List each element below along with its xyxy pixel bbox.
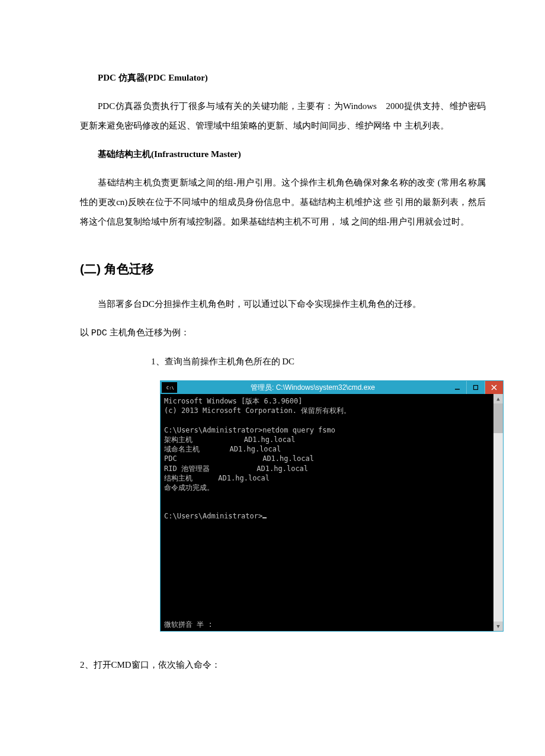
paragraph-pdc: PDC仿真器负责执行丁很多与域有关的关键功能，主要有：为Windows 2000… — [80, 97, 486, 136]
scroll-up-icon[interactable]: ▲ — [493, 394, 503, 403]
ime-status: 微软拼音 半 : — [164, 620, 213, 629]
cmd-titlebar[interactable]: C:\ 管理员: C:\Windows\system32\cmd.exe — [161, 381, 503, 394]
heading-pdc: PDC 仿真器(PDC Emulator) — [80, 68, 486, 88]
paragraph-infra: 基础结构主机负责更新域之间的组-用户引用。这个操作主机角色确保对象名称的改变 (… — [80, 173, 486, 232]
paragraph-example: 以 PDC 主机角色迁移为例： — [80, 323, 486, 343]
close-button[interactable] — [485, 381, 503, 394]
cmd-title: 管理员: C:\Windows\system32\cmd.exe — [177, 381, 448, 394]
section-heading: (二) 角色迁移 — [80, 255, 486, 283]
scroll-thumb[interactable] — [493, 403, 503, 433]
svg-rect-3 — [474, 386, 478, 390]
minimize-button[interactable] — [448, 381, 466, 394]
scrollbar[interactable]: ▲ ▼ — [493, 394, 503, 631]
step-2: 2、打开CMD窗口，依次输入命令： — [80, 655, 486, 675]
scroll-down-icon[interactable]: ▼ — [493, 622, 503, 631]
cmd-window: C:\ 管理员: C:\Windows\system32\cmd.exe Mic… — [160, 380, 504, 632]
cmd-icon: C:\ — [162, 382, 177, 393]
heading-infra: 基础结构主机(Infrastructure Master) — [80, 145, 486, 164]
paragraph-intro: 当部署多台DC分担操作主机角色时，可以通过以下命令实现操作主机角色的迁移。 — [80, 294, 486, 314]
svg-text:C:\: C:\ — [166, 386, 174, 390]
maximize-button[interactable] — [466, 381, 485, 394]
cmd-output[interactable]: Microsoft Windows [版本 6.3.9600] (c) 2013… — [161, 394, 493, 631]
scroll-track[interactable] — [493, 403, 503, 622]
cursor-icon — [262, 517, 267, 518]
step-1: 1、查询当前操作主机角色所在的 DC — [151, 352, 486, 371]
